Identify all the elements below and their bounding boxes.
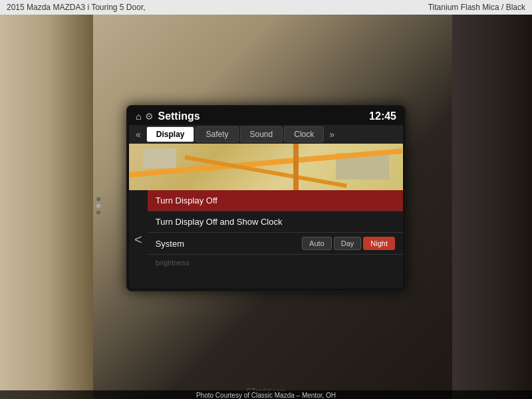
car-title: 2015 Mazda MAZDA3 i Touring 5 Door, <box>7 3 146 12</box>
gear-icon: ⚙ <box>145 111 154 122</box>
system-label: System <box>156 239 184 249</box>
map-preview <box>129 144 403 190</box>
infotainment-screen-container: ⌂ ⚙ Settings 12:45 « Display Safety Soun… <box>126 105 406 291</box>
nav-dots <box>96 197 100 214</box>
tab-next-button[interactable]: » <box>325 128 338 141</box>
left-dashboard <box>0 15 93 399</box>
tab-prev-button[interactable]: « <box>132 128 145 141</box>
status-left: ⌂ ⚙ Settings <box>136 110 200 122</box>
clock-display: 12:45 <box>369 110 396 122</box>
screen-bezel: ⌂ ⚙ Settings 12:45 « Display Safety Soun… <box>126 105 406 291</box>
nav-dot-2 <box>96 203 100 207</box>
page-header: 2015 Mazda MAZDA3 i Touring 5 Door, Tita… <box>0 0 532 15</box>
car-background: ⌂ ⚙ Settings 12:45 « Display Safety Soun… <box>0 15 532 399</box>
photo-credit: Photo Courtesy of Classic Mazda – Mentor… <box>0 390 532 399</box>
night-button[interactable]: Night <box>363 237 395 250</box>
tab-safety[interactable]: Safety <box>196 126 238 142</box>
menu-item-turn-display-off[interactable]: Turn Display Off <box>148 190 403 211</box>
tab-bar: « Display Safety Sound Clock » <box>129 125 403 144</box>
car-subtitle: Titanium Flash Mica / Black <box>428 3 525 12</box>
dimmed-text: brightness <box>156 259 190 267</box>
screen-display: ⌂ ⚙ Settings 12:45 « Display Safety Soun… <box>129 108 403 289</box>
day-button[interactable]: Day <box>334 237 362 250</box>
menu-item-turn-display-clock[interactable]: Turn Display Off and Show Clock <box>148 211 403 233</box>
nav-dot-3 <box>96 210 100 214</box>
home-icon[interactable]: ⌂ <box>136 111 141 122</box>
tab-sound[interactable]: Sound <box>240 126 283 142</box>
right-dashboard <box>452 15 532 399</box>
map-block-1 <box>143 148 176 168</box>
back-button[interactable]: < <box>129 190 148 289</box>
nav-dot-1 <box>96 197 100 201</box>
map-road-3 <box>293 144 299 190</box>
menu-item-label-1: Turn Display Off <box>156 196 217 205</box>
menu-item-label-2: Turn Display Off and Show Clock <box>156 217 283 227</box>
auto-button[interactable]: Auto <box>302 237 332 250</box>
dimmed-row: brightness <box>148 255 403 271</box>
menu-list: Turn Display Off Turn Display Off and Sh… <box>148 190 403 289</box>
content-area: < Turn Display Off Turn Display Off and … <box>129 190 403 289</box>
system-row: System Auto Day Night <box>148 233 403 255</box>
settings-title: Settings <box>158 110 200 122</box>
system-buttons: Auto Day Night <box>302 237 395 250</box>
status-bar: ⌂ ⚙ Settings 12:45 <box>129 108 403 125</box>
tab-clock[interactable]: Clock <box>284 126 324 142</box>
tab-display[interactable]: Display <box>146 126 195 142</box>
